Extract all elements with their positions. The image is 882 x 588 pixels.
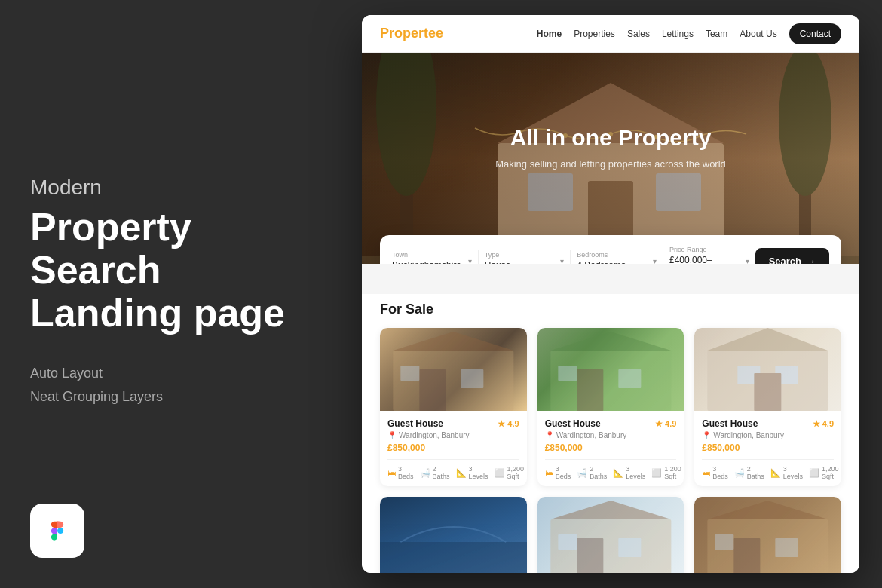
property-grid: Guest House ★4.9 📍Wardington, Banbury £8…: [380, 328, 841, 573]
svg-rect-30: [380, 542, 527, 573]
property-card[interactable]: Guest House ★4.9 📍Wardington, Banbury £8…: [537, 497, 684, 573]
svg-rect-18: [461, 369, 483, 388]
svg-marker-16: [393, 332, 513, 351]
search-town[interactable]: Town Buckinghamshire: [392, 251, 472, 264]
svg-rect-22: [577, 369, 603, 411]
bath-icon: 🛁: [577, 468, 587, 478]
location-icon: 📍: [545, 431, 554, 439]
logo: Propertee: [380, 26, 443, 41]
svg-rect-40: [715, 534, 734, 550]
hero-title: All in one Property: [510, 125, 712, 151]
levels-icon: 📐: [613, 468, 623, 478]
svg-rect-24: [558, 366, 577, 381]
nav-links: Home Properties Sales Lettings Team Abou…: [537, 23, 841, 44]
hero-content: All in one Property Making selling and l…: [362, 53, 859, 264]
nav-properties[interactable]: Properties: [574, 29, 615, 39]
property-location: 📍Wardington, Banbury: [702, 431, 834, 439]
left-title: Property SearchLanding page: [30, 206, 317, 335]
svg-marker-32: [550, 501, 671, 519]
property-name: Guest House: [545, 418, 601, 429]
bed-icon: 🛏: [545, 468, 553, 477]
property-price: £850,000: [702, 443, 834, 453]
left-subtitle: Modern: [30, 176, 317, 200]
logo-accent: P: [380, 26, 389, 41]
property-features: 🛏3 Beds 🛁2 Baths 📐3 Levels ⬜1,200 Sqft: [387, 459, 519, 480]
contact-button[interactable]: Contact: [789, 23, 841, 44]
hero-section: All in one Property Making selling and l…: [362, 53, 859, 264]
property-card[interactable]: Guest House ★4.9 📍Wardington, Banbury £8…: [537, 328, 684, 486]
property-rating: ★4.9: [655, 419, 676, 429]
sqft-icon: ⬜: [651, 468, 662, 478]
sqft-feature: ⬜1,200 Sqft: [809, 465, 839, 480]
search-button[interactable]: Search: [755, 248, 829, 265]
property-features: 🛏3 Beds 🛁2 Baths 📐3 Levels ⬜1,200 Sqft: [545, 459, 677, 480]
beds-feature: 🛏3 Beds: [545, 465, 571, 480]
sqft-icon: ⬜: [495, 468, 505, 478]
browser-window: Propertee Home Properties Sales Lettings…: [362, 15, 859, 573]
property-card[interactable]: Guest House ★4.9 📍Wardington, Banbury £8…: [380, 497, 527, 573]
baths-feature: 🛁2 Baths: [577, 465, 607, 480]
nav-team[interactable]: Team: [706, 29, 727, 39]
property-price: £850,000: [387, 443, 519, 453]
hero-subtitle: Making selling and letting properties ac…: [495, 158, 726, 170]
main-content: For Sale Guest House ★4.9 📍Wardington, B…: [362, 294, 859, 573]
nav-home[interactable]: Home: [537, 29, 562, 39]
property-rating: ★4.9: [498, 419, 519, 429]
bath-icon: 🛁: [734, 468, 745, 478]
location-icon: 📍: [387, 431, 397, 439]
property-info: Guest House ★4.9 📍Wardington, Banbury £8…: [694, 411, 841, 486]
property-name: Guest House: [387, 418, 443, 429]
beds-feature: 🛏3 Beds: [702, 465, 728, 480]
bed-icon: 🛏: [387, 468, 396, 477]
figma-logo: [30, 504, 84, 558]
svg-rect-23: [618, 369, 641, 388]
feature-1: Auto Layout: [30, 366, 317, 381]
property-features: 🛏3 Beds 🛁2 Baths 📐3 Levels ⬜1,200 Sqft: [702, 459, 834, 480]
property-image: [380, 328, 527, 411]
left-panel: Modern Property SearchLanding page Auto …: [30, 176, 317, 412]
nav-sales[interactable]: Sales: [627, 29, 650, 39]
property-image: [380, 497, 527, 573]
baths-feature: 🛁2 Baths: [420, 465, 450, 480]
levels-icon: 📐: [770, 468, 781, 478]
nav-about[interactable]: About Us: [740, 29, 776, 39]
property-info: Guest House ★4.9 📍Wardington, Banbury £8…: [537, 411, 684, 486]
property-image: [537, 497, 684, 573]
sqft-feature: ⬜1,200 Sqft: [495, 465, 525, 480]
svg-marker-37: [708, 501, 828, 519]
svg-marker-21: [550, 332, 671, 351]
navigation: Propertee Home Properties Sales Lettings…: [362, 15, 859, 53]
svg-rect-39: [776, 538, 798, 557]
property-price: £850,000: [545, 443, 677, 453]
baths-feature: 🛁2 Baths: [734, 465, 764, 480]
svg-rect-35: [558, 534, 577, 550]
property-rating: ★4.9: [813, 419, 834, 429]
svg-rect-17: [419, 369, 446, 411]
search-type[interactable]: Type House: [485, 251, 565, 264]
search-bedrooms[interactable]: Bedrooms 4 Bedrooms: [577, 251, 657, 264]
levels-feature: 📐3 Levels: [770, 465, 803, 480]
location-icon: 📍: [702, 431, 711, 439]
svg-rect-29: [755, 373, 782, 411]
property-location: 📍Wardington, Banbury: [545, 431, 677, 439]
property-card[interactable]: Guest House ★4.9 📍Wardington, Banbury £8…: [694, 497, 841, 573]
beds-feature: 🛏3 Beds: [387, 465, 414, 480]
property-image: [694, 497, 841, 573]
svg-rect-34: [618, 538, 641, 557]
property-card[interactable]: Guest House ★4.9 📍Wardington, Banbury £8…: [380, 328, 527, 486]
nav-lettings[interactable]: Lettings: [662, 29, 694, 39]
bed-icon: 🛏: [702, 468, 710, 477]
property-info: Guest House ★4.9 📍Wardington, Banbury £8…: [380, 411, 527, 486]
sqft-icon: ⬜: [809, 468, 819, 478]
property-card[interactable]: Guest House ★4.9 📍Wardington, Banbury £8…: [694, 328, 841, 486]
feature-2: Neat Grouping Layers: [30, 389, 317, 405]
levels-icon: 📐: [456, 468, 467, 478]
divider-1: [478, 250, 479, 264]
levels-feature: 📐3 Levels: [456, 465, 488, 480]
property-image: [537, 328, 684, 411]
search-price[interactable]: Price Range £400,000–£800,000: [669, 246, 749, 264]
svg-rect-33: [577, 538, 603, 573]
property-name: Guest House: [702, 418, 758, 429]
svg-rect-19: [400, 366, 419, 381]
search-bar: Town Buckinghamshire Type House Bedrooms…: [380, 235, 841, 264]
